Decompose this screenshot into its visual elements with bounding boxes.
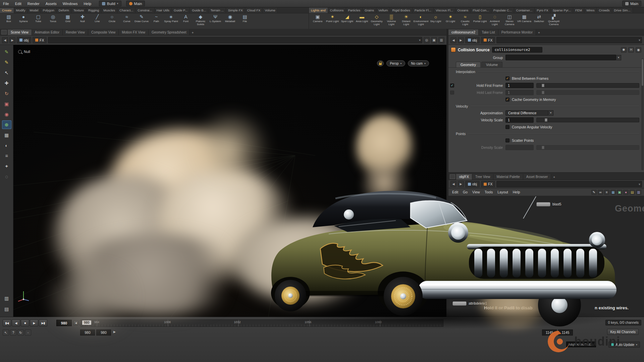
flipbook-icon[interactable]: ▤ (2, 305, 11, 313)
help-icon[interactable]: H (628, 47, 634, 53)
breadcrumb-obj[interactable]: obj (465, 37, 480, 43)
density-scale-field[interactable] (505, 145, 534, 150)
compute-angular-velocity-checkbox[interactable] (505, 125, 509, 129)
shelf-tool[interactable]: ▦ Grid (60, 14, 75, 28)
grid-snap-icon[interactable]: ▦ (2, 131, 11, 139)
pane-tab[interactable]: Take List (479, 29, 498, 35)
shelf-tab[interactable]: Wires (584, 8, 597, 13)
scrub-icon[interactable]: ↖ (3, 329, 9, 336)
shelf-tab[interactable]: Texture (71, 8, 86, 13)
shelf-tab[interactable]: Deform (57, 8, 71, 13)
scatter-points-checkbox[interactable] (505, 138, 509, 142)
shelf-tool[interactable]: ≈ Caustic Light (458, 14, 473, 28)
shelf-tab[interactable]: Terrain ... (208, 8, 226, 13)
approximation-dropdown-icon[interactable]: ▾ (548, 110, 553, 116)
brush-tool-icon[interactable]: ✎ (2, 48, 11, 56)
param-folder-tab[interactable]: Volume (481, 62, 502, 67)
pane-menu-icon[interactable] (450, 174, 455, 179)
shelf-tool[interactable]: ● Sphere (16, 14, 31, 28)
menu-item[interactable]: Render (24, 0, 43, 7)
sculpt-tool-icon[interactable]: ✎ (2, 58, 11, 67)
shelf-tab[interactable]: Pyro FX (535, 8, 550, 13)
group-field[interactable] (505, 55, 616, 60)
gallery-icon[interactable]: ▥ (636, 190, 641, 195)
breadcrumb-obj[interactable]: obj (465, 181, 480, 187)
back-icon[interactable]: ◀ (450, 37, 457, 43)
scale-tool-icon[interactable]: ▣ (2, 100, 11, 108)
key-tool-icon[interactable]: ✦ (2, 162, 11, 171)
menu-item[interactable]: Help (511, 190, 523, 194)
new-pane-tab-button[interactable]: + (551, 175, 557, 180)
shelf-tool[interactable]: ☼ Sky Light (428, 14, 443, 28)
floating-panel-icon[interactable]: ▥ (438, 37, 444, 43)
wrench-icon[interactable]: ✎ (591, 190, 597, 195)
shelf-tool[interactable]: ▬ Area Light (355, 14, 369, 28)
shelf-tool[interactable]: ◇ Geometry Light (369, 14, 384, 28)
group-dropdown-icon[interactable]: ▾ (616, 55, 621, 60)
hold-last-frame-slider[interactable] (536, 90, 639, 95)
shelfset-selector[interactable]: Main (126, 1, 145, 6)
node-body[interactable] (452, 301, 467, 306)
shelf-tool[interactable]: ◌ Ambient Light (487, 14, 502, 28)
pose-tool-icon[interactable]: ◉ (2, 110, 11, 119)
realtime-icon[interactable]: ◦ (25, 329, 31, 336)
select-tool-icon[interactable]: ↖ (2, 68, 11, 77)
shelf-tool[interactable]: ✚ Null (75, 14, 90, 28)
network-editor[interactable]: Geometry blast5 attribdelete1 Hold 8 or … (448, 196, 644, 317)
pane-tab[interactable]: Render View (63, 29, 88, 35)
shelf-tool[interactable]: ☀ Distant Light (399, 14, 414, 28)
shelf-tab[interactable]: Guide P... (172, 8, 190, 13)
shelf-tab[interactable]: Drive Sim... (612, 8, 633, 13)
menu-item[interactable]: Go (461, 190, 470, 194)
shelf-tab[interactable]: Simple FX (226, 8, 245, 13)
shelf-tool[interactable]: ~ Path (149, 14, 164, 28)
new-pane-tab-button[interactable]: + (190, 30, 196, 35)
path-input[interactable]: ▾ (496, 37, 642, 43)
shelf-tab[interactable]: Lights and (309, 8, 328, 13)
camera-menu[interactable]: No cam▾ (408, 60, 429, 66)
jump-end-button[interactable]: ▶▮ (39, 319, 47, 326)
shelf-tab[interactable]: Model (28, 8, 41, 13)
shelf-tool[interactable]: Ψ L-System (208, 14, 223, 28)
breadcrumb-fx[interactable]: FX (481, 181, 495, 187)
pane-tab[interactable]: collisionsource2 (448, 29, 479, 35)
key-all-channels-button[interactable]: Key All Channels (607, 329, 639, 335)
hold-first-frame-toggle[interactable]: ✓ (450, 83, 454, 87)
back-icon[interactable]: ◀ (2, 37, 8, 43)
shelf-tab[interactable]: Oceans (455, 8, 471, 13)
node-attribdelete1[interactable]: attribdelete1 (452, 301, 487, 306)
jump-start-button[interactable]: ▮◀ (3, 319, 11, 326)
loop-icon[interactable]: ↻ (17, 329, 24, 336)
shelf-tab[interactable]: Grains (363, 8, 376, 13)
shelf-tab[interactable]: Viscous Fl... (434, 8, 455, 13)
shelf-tab[interactable]: Populate C... (491, 8, 514, 13)
shelf-tab[interactable]: Vellum (376, 8, 390, 13)
menu-item[interactable]: Tools (482, 190, 495, 194)
pin-icon[interactable]: ◎ (424, 37, 430, 43)
menu-item[interactable]: Layout (495, 190, 511, 194)
hold-last-frame-toggle[interactable] (450, 90, 454, 95)
shelf-tab[interactable]: FEM (573, 8, 584, 13)
hold-first-frame-field[interactable]: 1 (505, 83, 534, 88)
pane-splitter[interactable] (446, 29, 448, 317)
menu-item[interactable]: File (0, 0, 12, 7)
param-folder-tab[interactable]: Geometry (456, 62, 481, 67)
menu-item[interactable]: Help (80, 0, 94, 7)
shelf-tab[interactable]: Create (0, 8, 14, 13)
breadcrumb-fx[interactable]: FX (33, 37, 47, 43)
shelf-tool[interactable]: ▢ Tube (31, 14, 46, 28)
shelf-tab[interactable]: Sparse Pyr... (551, 8, 573, 13)
pane-tab[interactable]: Tree View (472, 174, 493, 180)
menu-item[interactable]: Edit (12, 0, 24, 7)
shelf-tool[interactable]: ◫ Stereo Camera (502, 14, 517, 28)
playhead-marker[interactable]: 980 (82, 320, 91, 325)
breadcrumb-obj[interactable]: obj (17, 37, 31, 43)
shelf-tool[interactable]: ◆ Platonic Solids (193, 14, 208, 28)
loop-tool-icon[interactable]: ◌ (2, 172, 11, 181)
range-start-field[interactable]: 980 (80, 329, 95, 336)
density-scale-slider[interactable] (536, 145, 639, 150)
shelf-tool[interactable]: ╱ Line (90, 14, 105, 28)
shelf-tool[interactable]: ○ Circle (105, 14, 119, 28)
shelf-tab[interactable]: Rigid Bodies (390, 8, 412, 13)
align-icon[interactable]: ≡ (604, 190, 609, 195)
